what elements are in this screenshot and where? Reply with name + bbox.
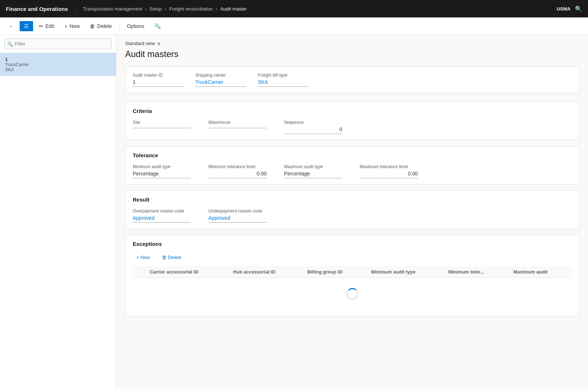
- sidebar-filter-wrap: 🔍: [0, 35, 116, 53]
- shipping-carrier-label: Shipping carrier: [195, 73, 246, 78]
- options-button[interactable]: Options: [123, 21, 149, 31]
- exceptions-header-row: Carrier accessorial ID Hub accessorial I…: [133, 266, 572, 278]
- col-hub-accessorial-id: Hub accessorial ID: [229, 266, 303, 278]
- max-audit-type-label: Maximum audit type: [284, 164, 342, 169]
- sidebar-item-1[interactable]: 1 TruckCarrier SKA: [0, 53, 116, 76]
- chevron-icon-1: ›: [145, 6, 147, 12]
- max-tolerance-level-field: Maximum tolerance level 0.00: [360, 164, 418, 178]
- delete-label: Delete: [97, 23, 112, 29]
- warehouse-field: Warehouse: [208, 120, 267, 134]
- filter-input[interactable]: [4, 39, 112, 49]
- loading-spinner: [347, 288, 358, 300]
- nav-setup[interactable]: Setup: [149, 6, 162, 12]
- col-carrier-accessorial-id: Carrier accessorial ID: [145, 266, 229, 278]
- col-billing-group-id: Billing group ID: [303, 266, 367, 278]
- back-icon: ←: [9, 23, 14, 29]
- options-label: Options: [127, 23, 144, 29]
- exceptions-title: Exceptions: [133, 241, 572, 247]
- exceptions-section: Exceptions + New 🗑 Delete Carrier access…: [125, 235, 579, 316]
- filter-icon: 🔍: [7, 41, 13, 46]
- max-audit-type-field: Maximum audit type Percentage: [284, 164, 342, 178]
- underpayment-value[interactable]: Approved: [208, 215, 267, 223]
- nav-transportation[interactable]: Transportation management: [83, 6, 142, 12]
- max-audit-type-value[interactable]: Percentage: [284, 171, 342, 178]
- command-bar: ← ☰ ✏ Edit + New 🗑 Delete Options 🔍: [0, 17, 588, 35]
- exceptions-table: Carrier accessorial ID Hub accessorial I…: [133, 266, 572, 310]
- exceptions-new-icon: +: [136, 255, 139, 260]
- breadcrumb-nav: Transportation management › Setup › Frei…: [77, 6, 557, 12]
- audit-master-id-value[interactable]: 1: [133, 79, 184, 87]
- sidebar: 🔍 1 TruckCarrier SKA: [0, 35, 116, 389]
- back-button[interactable]: ←: [4, 21, 18, 31]
- shipping-carrier-group: Shipping carrier TruckCarrier: [195, 73, 246, 87]
- filter-input-wrap: 🔍: [4, 39, 112, 49]
- cmdbar-search-button[interactable]: 🔍: [150, 21, 165, 31]
- tolerance-title: Tolerance: [133, 152, 572, 158]
- exceptions-table-body: [133, 278, 572, 310]
- sequence-value[interactable]: 0: [284, 126, 342, 134]
- user-label: USMA: [557, 6, 571, 12]
- sequence-field: Sequence 0: [284, 120, 342, 134]
- cmd-separator: [119, 22, 120, 31]
- min-audit-type-value[interactable]: Percentage: [133, 171, 191, 178]
- site-value[interactable]: [133, 126, 191, 128]
- exceptions-new-label: New: [141, 255, 150, 260]
- tolerance-fields-row: Minimum audit type Percentage Minimum to…: [133, 164, 572, 178]
- topbar-right: USMA 🔍: [557, 5, 582, 12]
- freight-bill-type-label: Freight bill type: [258, 73, 309, 78]
- result-fields-row: Overpayment reason code Approved Underpa…: [133, 208, 572, 223]
- max-tolerance-level-value[interactable]: 0.00: [360, 171, 418, 178]
- exceptions-delete-label: Delete: [168, 255, 182, 260]
- warehouse-value[interactable]: [208, 126, 267, 128]
- exceptions-toolbar: + New 🗑 Delete: [133, 253, 572, 262]
- view-selector-label: Standard view: [125, 41, 155, 46]
- underpayment-label: Underpayment reason code: [208, 208, 267, 214]
- page-title: Audit masters: [125, 49, 579, 59]
- warehouse-label: Warehouse: [208, 120, 267, 125]
- shipping-carrier-value[interactable]: TruckCarrier: [195, 79, 246, 87]
- nav-audit-master[interactable]: Audit master: [220, 6, 247, 12]
- min-audit-type-label: Minimum audit type: [133, 164, 191, 169]
- sidebar-list: 1 TruckCarrier SKA: [0, 53, 116, 389]
- new-button[interactable]: + New: [60, 21, 84, 31]
- cmdbar-search-icon: 🔍: [155, 23, 161, 29]
- brand-title: Finance and Operations: [6, 6, 77, 12]
- delete-icon: 🗑: [90, 23, 95, 29]
- header-fields-section: Audit master ID 1 Shipping carrier Truck…: [125, 66, 579, 93]
- menu-button[interactable]: ☰: [20, 21, 33, 31]
- edit-icon: ✏: [39, 23, 43, 29]
- delete-button[interactable]: 🗑 Delete: [85, 21, 116, 31]
- spinner-wrap: [137, 281, 567, 307]
- global-search-icon[interactable]: 🔍: [575, 5, 582, 12]
- site-field: Site: [133, 120, 191, 134]
- edit-button[interactable]: ✏ Edit: [35, 21, 59, 31]
- main-layout: 🔍 1 TruckCarrier SKA Standard view ∨ Aud…: [0, 35, 588, 389]
- topbar: Finance and Operations Transportation ma…: [0, 0, 588, 17]
- view-selector[interactable]: Standard view ∨: [125, 41, 579, 46]
- col-select: [133, 266, 145, 278]
- criteria-fields-row: Site Warehouse Sequence 0: [133, 120, 572, 134]
- sidebar-item-sub: SKA: [5, 67, 111, 72]
- sidebar-item-name: TruckCarrier: [5, 62, 111, 67]
- freight-bill-type-group: Freight bill type SKA: [258, 73, 309, 87]
- chevron-icon-2: ›: [165, 6, 166, 12]
- min-tolerance-level-value[interactable]: 0.00: [208, 171, 267, 178]
- freight-bill-type-value[interactable]: SKA: [258, 79, 309, 87]
- criteria-title: Criteria: [133, 108, 572, 114]
- tolerance-section: Tolerance Minimum audit type Percentage …: [125, 146, 579, 185]
- empty-row: [133, 278, 572, 310]
- new-plus-icon: +: [64, 23, 67, 29]
- result-title: Result: [133, 196, 572, 203]
- audit-master-id-group: Audit master ID 1: [133, 73, 184, 87]
- col-min-audit-type: Minimum audit type: [367, 266, 444, 278]
- exceptions-table-header: Carrier accessorial ID Hub accessorial I…: [133, 266, 572, 278]
- overpayment-value[interactable]: Approved: [133, 215, 191, 223]
- exceptions-delete-icon: 🗑: [162, 255, 167, 260]
- max-tolerance-level-label: Maximum tolerance level: [360, 164, 418, 169]
- sidebar-item-id: 1: [5, 57, 111, 62]
- exceptions-new-button[interactable]: + New: [133, 253, 154, 262]
- exceptions-delete-button[interactable]: 🗑 Delete: [158, 253, 185, 262]
- chevron-icon-3: ›: [216, 6, 217, 12]
- nav-freight[interactable]: Freight reconciliation: [169, 6, 213, 12]
- site-label: Site: [133, 120, 191, 125]
